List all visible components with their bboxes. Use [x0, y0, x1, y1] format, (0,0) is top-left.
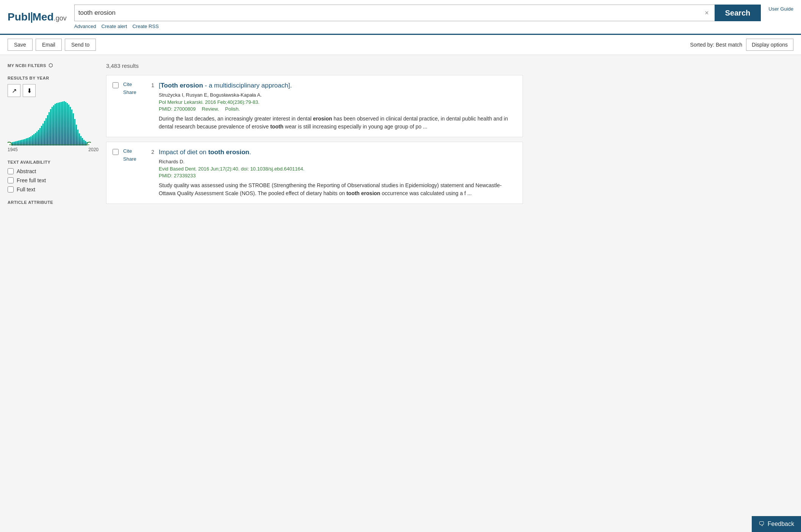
svg-rect-22 [41, 126, 42, 146]
svg-rect-32 [56, 103, 57, 146]
clear-button[interactable]: × [703, 9, 711, 17]
logo-med: Med [33, 11, 54, 23]
svg-rect-37 [64, 101, 65, 146]
svg-rect-45 [76, 125, 77, 146]
svg-rect-35 [61, 102, 62, 146]
results-count: 3,483 results [106, 63, 523, 69]
display-options-button[interactable]: Display options [746, 39, 793, 51]
result-1-journal: Pol Merkur Lekarski. 2016 Feb;40(236):79… [159, 99, 516, 105]
result-1-authors: Strużycka I, Rusyan E, Bogusławska-Kapał… [159, 92, 516, 98]
free-full-text-checkbox[interactable] [8, 177, 14, 183]
svg-rect-44 [74, 119, 75, 146]
advanced-link[interactable]: Advanced [74, 23, 96, 29]
result-1-share[interactable]: Share [123, 89, 136, 95]
sidebar: MY NCBI FILTERS ⬡ RESULTS BY YEAR ↗ ⬇ [8, 63, 99, 212]
result-1-pmid: PMID: 27000809 [159, 106, 196, 112]
results-by-year-section: RESULTS BY YEAR ↗ ⬇ [8, 76, 99, 152]
results-by-year-title: RESULTS BY YEAR [8, 76, 99, 80]
full-text-checkbox[interactable] [8, 186, 14, 192]
logo: PublMed.gov [8, 11, 67, 23]
result-2-cite[interactable]: Cite [123, 148, 132, 154]
result-1-title[interactable]: [Tooth erosion - a multidisciplinary app… [159, 81, 516, 90]
svg-rect-41 [70, 107, 71, 146]
svg-rect-27 [48, 112, 50, 146]
result-2-share[interactable]: Share [123, 156, 136, 162]
svg-rect-49 [82, 138, 83, 146]
svg-rect-13 [27, 138, 28, 146]
free-full-text-label: Free full text [17, 177, 46, 183]
create-alert-link[interactable]: Create alert [102, 23, 127, 29]
expand-chart-button[interactable]: ↗ [8, 84, 20, 97]
result-1-checkbox[interactable] [113, 82, 119, 88]
sorted-by-label: Sorted by: Best match [690, 42, 742, 48]
search-links: Advanced Create alert Create RSS [74, 23, 761, 29]
search-row: × Search [74, 5, 761, 21]
logo-gov: .gov [54, 14, 67, 22]
svg-rect-29 [52, 107, 53, 146]
svg-rect-36 [62, 102, 63, 146]
svg-rect-34 [59, 102, 60, 146]
save-button[interactable]: Save [8, 39, 33, 51]
abstract-checkbox[interactable] [8, 168, 14, 174]
svg-rect-39 [67, 103, 68, 146]
result-1-meta: PMID: 27000809 Review. Polish. [159, 106, 516, 112]
result-2-abstract: Study quality was assessed using the STR… [159, 182, 516, 197]
result-1-type: Review. [202, 106, 219, 112]
abstract-label: Abstract [17, 168, 36, 174]
svg-rect-15 [30, 136, 31, 146]
year-labels: 1945 2020 [8, 147, 99, 152]
result-2-checkbox[interactable] [113, 149, 119, 155]
search-input-wrap: × [74, 5, 715, 21]
svg-rect-43 [73, 113, 74, 146]
svg-rect-38 [65, 102, 66, 146]
chart-svg [8, 100, 91, 146]
free-full-text-filter: Free full text [8, 177, 99, 183]
svg-rect-12 [26, 138, 27, 146]
article-attribute-section: ARTICLE ATTRIBUTE [8, 200, 99, 205]
svg-rect-21 [39, 128, 41, 146]
export-icon[interactable]: ⬡ [48, 63, 53, 68]
full-text-label: Full text [17, 186, 35, 192]
svg-rect-46 [77, 130, 78, 146]
year-start: 1945 [8, 147, 18, 152]
svg-rect-14 [29, 137, 30, 146]
svg-rect-19 [36, 131, 38, 146]
svg-rect-16 [32, 135, 33, 146]
search-button[interactable]: Search [715, 5, 761, 21]
svg-rect-33 [58, 103, 59, 146]
text-availability-title: TEXT AVAILABILITY [8, 160, 99, 164]
search-input[interactable] [78, 9, 703, 17]
result-2-pmid: PMID: 27339233 [159, 173, 196, 178]
results-panel: 3,483 results Cite Share 1 [Tooth erosio… [106, 63, 523, 212]
email-button[interactable]: Email [36, 39, 62, 51]
svg-rect-23 [42, 124, 44, 146]
svg-rect-20 [38, 130, 39, 146]
result-item: Cite Share 2 Impact of diet on tooth ero… [106, 142, 523, 204]
result-2-check [113, 148, 119, 197]
svg-rect-26 [47, 115, 48, 146]
result-1-actions: Cite Share [123, 81, 142, 131]
text-availability-section: TEXT AVAILABILITY Abstract Free full tex… [8, 160, 99, 192]
result-2-actions: Cite Share [123, 148, 142, 197]
result-1-abstract: During the last decades, an increasingly… [159, 115, 516, 131]
svg-rect-48 [80, 136, 81, 146]
create-rss-link[interactable]: Create RSS [132, 23, 158, 29]
svg-rect-24 [44, 121, 45, 146]
search-area: × Search Advanced Create alert Create RS… [74, 5, 761, 29]
toolbar: Save Email Send to Sorted by: Best match… [0, 35, 801, 55]
result-2-authors: Richards D. [159, 159, 516, 164]
send-to-button[interactable]: Send to [65, 39, 96, 51]
svg-rect-17 [33, 134, 34, 146]
my-ncbi-section: MY NCBI FILTERS ⬡ [8, 63, 99, 68]
svg-rect-30 [53, 105, 54, 146]
result-2-meta: PMID: 27339233 [159, 173, 516, 178]
result-2-title[interactable]: Impact of diet on tooth erosion. [159, 148, 516, 156]
result-item: Cite Share 1 [Tooth erosion - a multidis… [106, 75, 523, 137]
svg-rect-28 [50, 109, 51, 146]
user-guide-link[interactable]: User Guide [768, 5, 793, 12]
result-1-cite[interactable]: Cite [123, 81, 132, 87]
download-chart-button[interactable]: ⬇ [23, 84, 36, 97]
chart-controls: ↗ ⬇ [8, 84, 99, 97]
svg-rect-25 [45, 118, 47, 146]
svg-rect-47 [79, 133, 80, 146]
